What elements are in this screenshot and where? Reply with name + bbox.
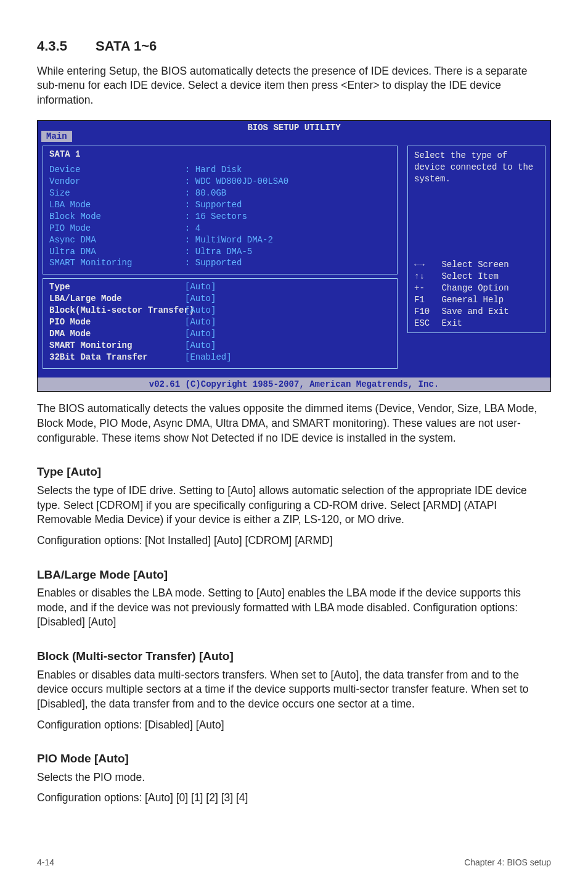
lba-paragraph: Enables or disables the LBA mode. Settin… [37,586,551,630]
bios-info-row: Device: Hard Disk [49,164,391,176]
bios-footkey-key: ←→ [414,259,436,271]
section-heading: 4.3.5 SATA 1~6 [37,37,551,56]
bios-info-label: Async DMA [49,234,185,246]
bios-info-label: Device [49,164,185,176]
bios-footkey: F10 Save and Exit [414,306,539,318]
block-heading: Block (Multi-sector Transfer) [Auto] [37,648,551,664]
after-bios-paragraph: The BIOS automatically detects the value… [37,402,551,445]
type-paragraph-1: Selects the type of IDE drive. Setting t… [37,484,551,527]
bios-footkey-label: Select Screen [436,260,509,270]
type-heading: Type [Auto] [37,464,551,480]
bios-footkey-label: Select Item [436,271,499,281]
section-title: SATA 1~6 [96,38,157,54]
pio-paragraph-2: Configuration options: [Auto] [0] [1] [2… [37,791,551,806]
bios-config-label: DMA Mode [49,328,185,340]
bios-title: BIOS SETUP UTILITY [247,123,340,133]
bios-config-value[interactable]: [Auto] [185,293,216,305]
bios-info-row: Async DMA: MultiWord DMA-2 [49,234,391,246]
bios-footkey-label: Exit [436,318,462,328]
bios-info-value: : Ultra DMA-5 [185,246,252,258]
bios-footkey-key: ESC [414,318,436,329]
bios-footkey-label: Change Option [436,283,509,293]
bios-info-label: Block Mode [49,211,185,223]
intro-paragraph: While entering Setup, the BIOS automatic… [37,64,551,108]
bios-footkey-label: Save and Exit [436,307,509,316]
bios-config-value[interactable]: [Auto] [185,340,216,352]
bios-info-label: LBA Mode [49,199,185,211]
bios-config-row[interactable]: Type[Auto] [49,281,391,293]
bios-info-box: SATA 1 Device: Hard DiskVendor: WDC WD80… [43,146,398,274]
bios-help-box: Select the type of device connected to t… [407,146,545,333]
bios-info-label: PIO Mode [49,223,185,234]
bios-footkey: F1 General Help [414,294,539,306]
bios-info-value: : Hard Disk [185,164,242,176]
pio-paragraph-1: Selects the PIO mode. [37,770,551,785]
bios-info-row: PIO Mode: 4 [49,223,391,234]
block-paragraph-1: Enables or disables data multi-sectors t… [37,668,551,712]
block-paragraph-2: Configuration options: [Disabled] [Auto] [37,718,551,733]
bios-footkey: +- Change Option [414,283,539,294]
bios-config-value[interactable]: [Auto] [185,281,216,293]
bios-screenshot: BIOS SETUP UTILITY Main SATA 1 Device: H… [37,120,551,392]
bios-config-value[interactable]: [Auto] [185,305,216,316]
bios-copyright-footer: v02.61 (C)Copyright 1985-2007, American … [38,377,550,392]
bios-info-label: SMART Monitoring [49,257,185,269]
bios-config-label: LBA/Large Mode [49,293,185,305]
bios-help-text: Select the type of device connected to t… [414,150,539,185]
bios-footkey: ←→ Select Screen [414,259,539,271]
bios-config-value[interactable]: [Auto] [185,328,216,340]
bios-config-label: SMART Monitoring [49,340,185,352]
lba-heading: LBA/Large Mode [Auto] [37,567,551,583]
bios-info-row: Size: 80.0GB [49,188,391,199]
bios-footkey-key: ↑↓ [414,271,436,283]
page-number: 4-14 [37,857,54,868]
bios-config-row[interactable]: Block(Multi-sector Transfer)[Auto] [49,305,391,316]
bios-tab-main[interactable]: Main [41,131,72,142]
bios-config-row[interactable]: PIO Mode[Auto] [49,316,391,328]
bios-info-value: : Supported [185,199,242,211]
bios-footkey-key: F1 [414,294,436,306]
bios-info-value: : MultiWord DMA-2 [185,234,273,246]
bios-info-value: : Supported [185,257,242,269]
bios-config-row[interactable]: DMA Mode[Auto] [49,328,391,340]
bios-config-row[interactable]: LBA/Large Mode[Auto] [49,293,391,305]
bios-info-label: Ultra DMA [49,246,185,258]
type-paragraph-2: Configuration options: [Not Installed] [… [37,534,551,548]
bios-info-row: Ultra DMA: Ultra DMA-5 [49,246,391,258]
bios-config-value[interactable]: [Enabled] [185,352,232,363]
bios-footkey-key: F10 [414,306,436,318]
section-number: 4.3.5 [37,37,67,56]
pio-heading: PIO Mode [Auto] [37,751,551,767]
bios-info-label: Size [49,188,185,199]
bios-config-row[interactable]: 32Bit Data Transfer[Enabled] [49,352,391,363]
chapter-label: Chapter 4: BIOS setup [464,857,551,868]
bios-info-value: : 4 [185,223,200,234]
bios-config-label: PIO Mode [49,316,185,328]
bios-config-box: Type[Auto]LBA/Large Mode[Auto]Block(Mult… [43,278,398,368]
bios-info-value: : WDC WD800JD-00LSA0 [185,176,288,188]
bios-footkey-key: +- [414,283,436,294]
bios-footkey: ↑↓ Select Item [414,271,539,283]
bios-config-value[interactable]: [Auto] [185,316,216,328]
bios-titlebar: BIOS SETUP UTILITY Main [38,121,550,135]
bios-footkey: ESC Exit [414,318,539,329]
bios-panel-title: SATA 1 [49,149,391,160]
bios-info-row: Block Mode: 16 Sectors [49,211,391,223]
bios-info-row: LBA Mode: Supported [49,199,391,211]
bios-config-label: Block(Multi-sector Transfer) [49,305,185,316]
bios-info-label: Vendor [49,176,185,188]
bios-footkey-label: General Help [436,295,504,305]
bios-config-row[interactable]: SMART Monitoring[Auto] [49,340,391,352]
page-footer: 4-14 Chapter 4: BIOS setup [37,844,551,868]
bios-info-value: : 16 Sectors [185,211,247,223]
bios-info-row: SMART Monitoring: Supported [49,257,391,269]
bios-info-row: Vendor: WDC WD800JD-00LSA0 [49,176,391,188]
bios-config-label: 32Bit Data Transfer [49,352,185,363]
bios-info-value: : 80.0GB [185,188,226,199]
bios-config-label: Type [49,281,185,293]
